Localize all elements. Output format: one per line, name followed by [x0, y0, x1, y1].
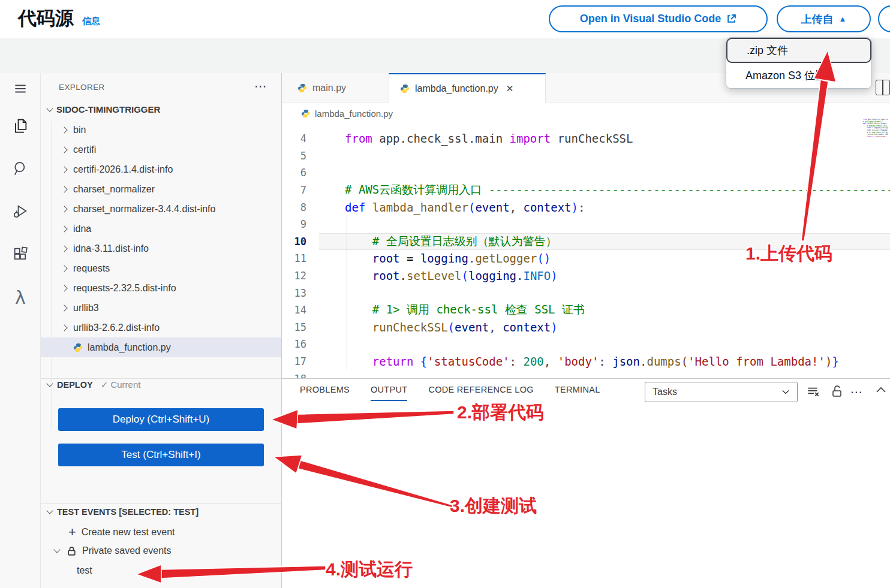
chevron-right-icon: [60, 245, 68, 253]
tree-folder[interactable]: idna-3.11.dist-info: [41, 239, 281, 258]
chevron-down-icon: [46, 381, 54, 389]
tree-root[interactable]: SIDOC-TIMINGTRIGGER: [46, 104, 160, 114]
test-events-section-header[interactable]: TEST EVENTS [SELECTED: TEST]: [46, 507, 199, 517]
run-debug-icon[interactable]: [0, 197, 41, 225]
minimap[interactable]: from app.check_ssl.main import runCheckS…: [863, 119, 888, 197]
menu-item-zip[interactable]: .zip 文件: [726, 38, 871, 63]
chevron-right-icon: [60, 264, 68, 273]
code-line[interactable]: 8def lambda_handler(event, context):: [282, 198, 890, 216]
annotation-step1: 1.上传代码: [745, 242, 832, 266]
chevron-right-icon: [60, 304, 68, 312]
test-button[interactable]: Test (Ctrl+Shift+I): [58, 444, 264, 466]
code-line[interactable]: 12 root.setLevel(logging.INFO): [282, 267, 890, 285]
unlock-icon[interactable]: [830, 384, 844, 399]
search-sidebar-icon[interactable]: [0, 154, 41, 183]
deploy-button[interactable]: Deploy (Ctrl+Shift+U): [58, 408, 264, 431]
indent-guide: [347, 216, 347, 370]
tree-folder[interactable]: requests-2.32.5.dist-info: [41, 278, 281, 298]
code-line[interactable]: 7# AWS云函数计算调用入口 ------------------------…: [282, 182, 890, 199]
info-link[interactable]: 信息: [82, 16, 100, 27]
panel-tab-output[interactable]: OUTPUT: [371, 385, 407, 401]
code-line[interactable]: 5: [282, 147, 890, 165]
page-title: 代码源: [18, 6, 74, 31]
chevron-down-icon: [781, 388, 790, 396]
chevron-down-icon: [53, 547, 61, 555]
plus-icon: +: [68, 526, 76, 539]
editor-column: main.py lambda_function.py ✕ lambda_func…: [282, 73, 890, 588]
activity-bar: λ: [0, 73, 41, 588]
chevron-right-icon: [60, 324, 68, 332]
tree-folder[interactable]: requests: [41, 258, 281, 278]
cut-off-button[interactable]: [878, 5, 890, 32]
create-test-event[interactable]: + Create new test event: [68, 526, 175, 539]
test-event-item[interactable]: test: [77, 565, 92, 576]
panel-tab-code-reference-log[interactable]: CODE REFERENCE LOG: [428, 385, 533, 401]
chevron-right-icon: [60, 225, 68, 233]
code-line[interactable]: 13: [282, 284, 890, 301]
tree-folder[interactable]: idna: [41, 219, 281, 239]
breadcrumb[interactable]: lambda_function.py: [282, 102, 890, 125]
menu-item-s3[interactable]: Amazon S3 位置: [726, 63, 871, 88]
caret-up-icon: ▲: [839, 15, 847, 23]
code-line[interactable]: 9: [282, 216, 890, 233]
page-header: 代码源 信息 Open in Visual Studio Code 上传自 ▲: [0, 0, 890, 38]
chevron-right-icon: [60, 185, 68, 194]
explorer-header: EXPLORER: [59, 83, 105, 92]
panel-tab-terminal[interactable]: TERMINAL: [555, 385, 600, 401]
divider: [41, 503, 281, 504]
chevron-right-icon: [60, 165, 68, 174]
code-line[interactable]: 17 return {'statusCode': 200, 'body': js…: [282, 353, 890, 370]
lock-icon: [67, 546, 77, 556]
check-icon: ✓: [101, 379, 109, 390]
explorer-more-icon[interactable]: ⋯: [254, 79, 267, 94]
external-link-icon: [726, 14, 736, 24]
bottom-panel: PROBLEMSOUTPUTCODE REFERENCE LOGTERMINAL…: [282, 378, 890, 588]
tree-folder[interactable]: urllib3: [41, 298, 281, 318]
tree-folder[interactable]: charset_normalizer-3.4.4.dist-info: [41, 199, 281, 219]
close-tab-icon[interactable]: ✕: [506, 83, 514, 94]
panel-tab-problems[interactable]: PROBLEMS: [300, 385, 350, 401]
chevron-right-icon: [60, 205, 68, 213]
chevron-down-icon: [46, 508, 54, 516]
code-line[interactable]: 16: [282, 336, 890, 353]
tree-folder[interactable]: urllib3-2.6.2.dist-info: [41, 318, 281, 337]
panel-maximize-icon[interactable]: [874, 384, 888, 397]
chevron-right-icon: [60, 284, 68, 293]
clear-output-icon[interactable]: [805, 384, 821, 399]
open-vscode-button[interactable]: Open in Visual Studio Code: [549, 5, 768, 32]
deploy-status: ✓ Current: [101, 379, 141, 390]
upload-menu: .zip 文件 Amazon S3 位置: [726, 37, 872, 89]
explorer-panel: EXPLORER ⋯ SIDOC-TIMINGTRIGGER bincertif…: [41, 73, 282, 588]
panel-tabs: PROBLEMSOUTPUTCODE REFERENCE LOGTERMINAL: [300, 385, 600, 401]
lambda-console-page: 代码源 信息 Open in Visual Studio Code 上传自 ▲ …: [0, 0, 890, 588]
code-line[interactable]: 18: [282, 370, 890, 378]
panel-more-icon[interactable]: ⋯: [850, 385, 863, 399]
tasks-dropdown[interactable]: Tasks: [645, 382, 798, 402]
tab-main-py[interactable]: main.py: [287, 73, 384, 102]
chevron-right-icon: [60, 146, 68, 154]
code-line[interactable]: 15 runCheckSSL(event, context): [282, 319, 890, 336]
tree-folder[interactable]: certifi-2026.1.4.dist-info: [41, 159, 281, 179]
chevron-down-icon: [46, 105, 54, 114]
extensions-icon[interactable]: [0, 240, 41, 269]
tree-folder[interactable]: certifi: [41, 140, 281, 159]
annotation-step4: 4.测试运行: [326, 557, 413, 582]
code-line[interactable]: 14 # 1> 调用 check-ssl 检查 SSL 证书: [282, 301, 890, 319]
upload-from-button[interactable]: 上传自 ▲: [777, 5, 871, 32]
private-saved-events[interactable]: Private saved events: [53, 545, 172, 556]
split-editor-icon[interactable]: [876, 80, 890, 95]
tab-lambda-function-py[interactable]: lambda_function.py ✕: [389, 73, 546, 103]
code-line[interactable]: 4from app.check_ssl.main import runCheck…: [282, 130, 890, 147]
annotation-step3: 3.创建测试: [450, 494, 537, 518]
divider: [41, 378, 281, 379]
tree-folder[interactable]: charset_normalizer: [41, 179, 281, 199]
menu-icon[interactable]: [0, 74, 41, 103]
explorer-files-icon[interactable]: [0, 111, 41, 140]
tree-folder[interactable]: bin: [41, 120, 281, 140]
chevron-right-icon: [60, 126, 68, 134]
deploy-section-header[interactable]: DEPLOY ✓ Current: [46, 379, 140, 390]
code-line[interactable]: 6: [282, 164, 890, 182]
annotation-step2: 2.部署代码: [457, 400, 544, 425]
aws-lambda-icon[interactable]: λ: [0, 283, 41, 312]
tree-file-selected[interactable]: lambda_function.py: [41, 337, 281, 357]
